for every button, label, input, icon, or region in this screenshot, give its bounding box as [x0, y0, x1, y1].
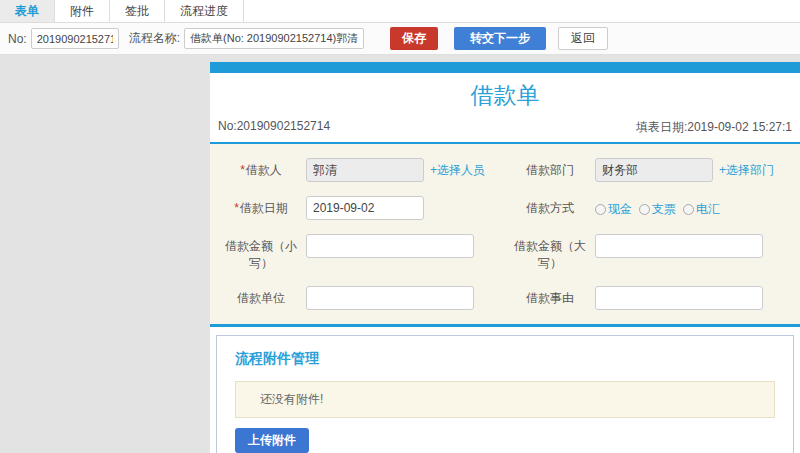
no-attachments-message: 还没有附件!	[235, 381, 775, 418]
field-loan-method: 借款方式 现金 支票 电汇	[505, 195, 794, 220]
borrower-input[interactable]	[306, 158, 424, 182]
department-label: 借款部门	[505, 157, 595, 179]
field-amount-upper: 借款金额（大写）	[505, 233, 794, 272]
doc-number: No:20190902152714	[218, 119, 330, 136]
doc-meta-row: No:20190902152714 填表日期:2019-09-02 15:27:…	[210, 116, 800, 144]
loan-reason-label: 借款事由	[505, 285, 595, 307]
amount-lower-input[interactable]	[306, 234, 474, 258]
tab-attachments[interactable]: 附件	[55, 0, 110, 22]
loan-form-panel: 借款单 No:20190902152714 填表日期:2019-09-02 15…	[210, 62, 800, 453]
next-step-button[interactable]: 转交下一步	[454, 27, 546, 50]
field-department: 借款部门 +选择部门	[505, 157, 794, 182]
save-button[interactable]: 保存	[390, 27, 438, 50]
tab-form[interactable]: 表单	[0, 0, 55, 22]
radio-icon	[639, 204, 650, 215]
radio-icon	[683, 204, 694, 215]
field-loan-unit: 借款单位	[216, 285, 505, 310]
no-label: No:	[8, 32, 27, 46]
select-person-link[interactable]: +选择人员	[430, 162, 485, 179]
loan-form-fields: *借款人 +选择人员 借款部门 +选择部门 *借款日期 借款方式	[210, 144, 800, 327]
attachments-heading: 流程附件管理	[235, 350, 775, 368]
tab-progress[interactable]: 流程进度	[165, 0, 244, 22]
tab-approval[interactable]: 签批	[110, 0, 165, 22]
required-asterisk: *	[240, 163, 245, 177]
required-asterisk: *	[234, 201, 239, 215]
radio-icon	[595, 204, 606, 215]
radio-cheque[interactable]: 支票	[639, 201, 676, 218]
no-input[interactable]	[31, 28, 119, 49]
loan-unit-input[interactable]	[306, 286, 474, 310]
panel-accent-bar	[210, 62, 800, 73]
upload-attachment-button[interactable]: 上传附件	[235, 428, 309, 453]
process-name-label: 流程名称:	[129, 30, 180, 47]
loan-reason-input[interactable]	[595, 286, 763, 310]
field-loan-reason: 借款事由	[505, 285, 794, 310]
back-button[interactable]: 返回	[558, 27, 608, 50]
radio-wire[interactable]: 电汇	[683, 201, 720, 218]
attachments-panel: 流程附件管理 还没有附件! 上传附件	[216, 335, 794, 453]
select-department-link[interactable]: +选择部门	[719, 162, 774, 179]
field-borrower: *借款人 +选择人员	[216, 157, 505, 182]
process-name-input[interactable]	[184, 28, 364, 49]
radio-cash[interactable]: 现金	[595, 201, 632, 218]
amount-upper-label: 借款金额（大写）	[505, 233, 595, 272]
loan-date-input[interactable]	[306, 196, 424, 220]
field-loan-date: *借款日期	[216, 195, 505, 220]
loan-method-label: 借款方式	[505, 195, 595, 217]
borrower-label: *借款人	[216, 157, 306, 179]
tab-bar: 表单 附件 签批 流程进度	[0, 0, 800, 23]
amount-upper-input[interactable]	[595, 234, 763, 258]
department-input[interactable]	[595, 158, 713, 182]
loan-date-label: *借款日期	[216, 195, 306, 217]
action-toolbar: No: 流程名称: 保存 转交下一步 返回	[0, 23, 800, 55]
amount-lower-label: 借款金额（小写）	[216, 233, 306, 272]
loan-unit-label: 借款单位	[216, 285, 306, 307]
fill-date: 填表日期:2019-09-02 15:27:1	[636, 119, 792, 136]
page-title: 借款单	[210, 73, 800, 116]
field-amount-lower: 借款金额（小写）	[216, 233, 505, 272]
